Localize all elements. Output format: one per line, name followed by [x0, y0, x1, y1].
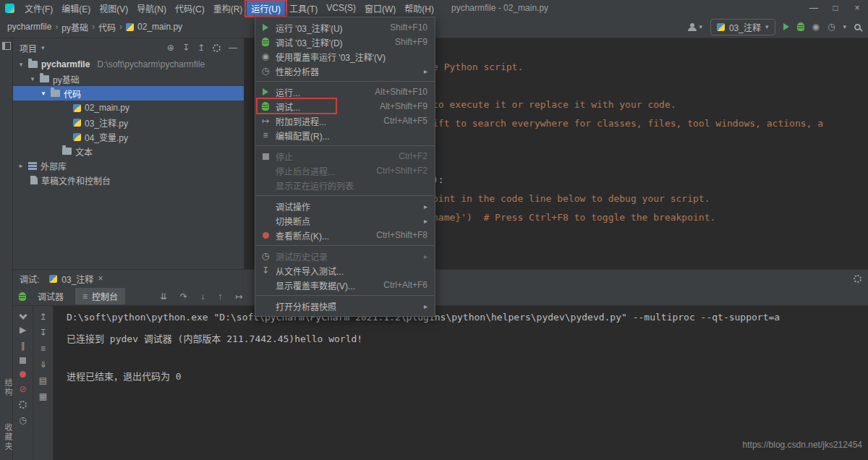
stop-icon[interactable] [20, 357, 26, 364]
profiler-button[interactable]: ◷ [827, 22, 835, 31]
menu-item-attach-to-process[interactable]: ↦ 附加到进程... Ctrl+Alt+F5 [255, 114, 435, 128]
mute-breakpoints-icon[interactable]: ⊘ [19, 385, 26, 393]
menubar-item-refactor[interactable]: 重构(R) [209, 1, 247, 16]
user-account-button[interactable]: ▾ [688, 23, 702, 31]
soft-wrap-icon[interactable]: ≡ [41, 344, 46, 353]
gear-icon[interactable] [213, 44, 221, 52]
menu-item-debug-ellipsis[interactable]: 调试... Alt+Shift+F9 [255, 99, 435, 114]
minimize-button[interactable]: — [803, 0, 825, 16]
tree-item-external-libs[interactable]: ▸ 外部库 [13, 158, 244, 173]
editor-line: name}') # Press Ctrl+F8 to toggle the br… [433, 212, 715, 223]
debug-button[interactable] [797, 22, 804, 31]
menubar-item-view[interactable]: 视图(V) [95, 1, 132, 16]
chevron-down-icon[interactable]: ▾ [41, 45, 45, 51]
expand-all-icon[interactable]: ↧ [182, 43, 190, 52]
menu-item-run-ellipsis[interactable]: 运行... Alt+Shift+F10 [255, 85, 435, 99]
tab-debugger[interactable]: 调试器 [30, 288, 71, 304]
menu-item-run-with-coverage[interactable]: ◉ 使用覆盖率运行 '03_注释'(V) [255, 49, 435, 64]
close-button[interactable]: × [846, 0, 868, 16]
tree-item-02-main[interactable]: 02_main.py [13, 101, 244, 115]
down-stack-icon[interactable]: ↧ [39, 328, 46, 337]
step-into-icon[interactable]: ↓ [200, 292, 205, 301]
run-to-cursor-icon[interactable]: ↦ [235, 292, 242, 301]
pause-icon[interactable]: ∥ [21, 341, 25, 350]
wrench-icon[interactable] [19, 311, 27, 319]
view-breakpoints-icon[interactable] [20, 371, 26, 378]
console-output[interactable]: D:\soft\python\python.exe "D:\soft\pycha… [54, 306, 868, 460]
maximize-button[interactable]: □ [825, 0, 846, 16]
project-tool-window-icon[interactable] [2, 42, 11, 50]
up-stack-icon[interactable]: ↥ [39, 312, 46, 321]
run-menu-popup: 运行 '03_注释'(U) Shift+F10 调试 '03_注释'(D) Sh… [255, 17, 435, 317]
chevron-down-icon[interactable]: ▾ [40, 90, 47, 97]
tab-console[interactable]: ≡ 控制台 [75, 288, 125, 304]
scroll-to-end-icon[interactable]: ⇓ [39, 360, 46, 369]
menu-item-run-config[interactable]: 运行 '03_注释'(U) Shift+F10 [255, 20, 435, 35]
menu-item-edit-configurations[interactable]: ≡ 编辑配置(R)... [255, 128, 435, 142]
print-icon[interactable]: ▤ [39, 376, 47, 385]
menu-item-profiler[interactable]: ◷ 性能分析器 ▸ [255, 64, 435, 78]
menubar-item-window[interactable]: 窗口(W) [360, 1, 400, 16]
clock-icon[interactable]: ◷ [19, 416, 26, 425]
chevron-down-icon[interactable]: ▾ [29, 76, 36, 82]
menu-item-label: 性能分析器 [276, 65, 319, 77]
menubar-item-help[interactable]: 帮助(H) [400, 1, 438, 16]
clear-console-icon[interactable]: ▦ [39, 392, 47, 401]
menu-item-toggle-breakpoint[interactable]: 切换断点 ▸ [255, 213, 435, 228]
submenu-arrow-icon: ▸ [424, 252, 427, 260]
coverage-button[interactable]: ◉ [812, 22, 820, 31]
locate-file-icon[interactable]: ⊕ [167, 43, 174, 52]
debug-session-tab[interactable]: 03_注释 × [45, 271, 107, 286]
menubar-item-run[interactable]: 运行(U) [247, 1, 285, 16]
breadcrumb-folder-pybase[interactable]: py基础 [61, 21, 88, 33]
menu-separator [256, 145, 434, 146]
step-over-icon[interactable]: ↷ [180, 292, 187, 301]
breadcrumb-folder-code[interactable]: 代码 [98, 21, 116, 33]
tree-item-04-variable[interactable]: 04_变量.py [13, 129, 244, 144]
menubar-item-navigate[interactable]: 导航(N) [132, 1, 171, 16]
tree-item-text-folder[interactable]: 文本 [13, 144, 244, 158]
tree-item-03-comment[interactable]: 03_注释.py [13, 115, 244, 129]
close-icon[interactable]: × [98, 274, 103, 283]
tree-item-root[interactable]: ▾ pycharmfile D:\soft\pycharm\pycharmfil… [13, 57, 244, 72]
stripe-structure-button[interactable]: 结构 [2, 378, 14, 397]
resume-program-icon[interactable]: ▶ [20, 325, 26, 334]
menubar-item-code[interactable]: 代码(C) [171, 1, 209, 16]
menubar-item-vcs[interactable]: VCS(S) [322, 1, 360, 14]
bug-icon [262, 102, 269, 111]
project-panel-title[interactable]: 项目 [20, 42, 37, 54]
menu-item-show-coverage-data[interactable]: 显示覆盖率数据(V)... Ctrl+Alt+F6 [255, 278, 435, 292]
run-config-selector[interactable]: 03_注释 ▾ [710, 19, 775, 35]
menu-item-view-breakpoints[interactable]: 查看断点(K)... Ctrl+Shift+F8 [255, 228, 435, 242]
tree-item-code-selected[interactable]: ▾ 代码 [13, 86, 244, 101]
breadcrumb-project[interactable]: pycharmfile [7, 22, 51, 32]
menu-item-label: 调试... [276, 101, 300, 113]
menu-item-open-profiler-snapshot[interactable]: 打开分析器快照 ▸ [255, 299, 435, 313]
menu-item-debug-config[interactable]: 调试 '03_注释'(D) Shift+F9 [255, 35, 435, 49]
search-everywhere-icon[interactable] [854, 24, 861, 30]
gear-icon[interactable] [854, 275, 861, 283]
hide-panel-icon[interactable]: — [229, 43, 237, 52]
chevron-right-icon[interactable]: ▸ [17, 163, 25, 169]
step-out-icon[interactable]: ↑ [218, 292, 222, 301]
tree-item-pybase[interactable]: ▾ py基础 [13, 72, 244, 86]
menubar-item-edit[interactable]: 编辑(E) [57, 1, 95, 16]
menubar-item-tools[interactable]: 工具(T) [285, 1, 322, 16]
more-run-options-chevron[interactable]: ▾ [843, 24, 846, 30]
python-file-icon [73, 119, 81, 127]
debug-settings-gear-icon[interactable] [19, 401, 27, 409]
chevron-down-icon[interactable]: ▾ [17, 61, 25, 68]
run-icon [263, 24, 268, 31]
menubar-item-file[interactable]: 文件(F) [20, 1, 57, 16]
debug-actions-toolbar: ▶ ∥ ⊘ ◷ [13, 306, 33, 460]
collapse-all-icon[interactable]: ↥ [197, 43, 205, 52]
run-config-name: 03_注释 [729, 21, 761, 33]
menu-item-import-tests[interactable]: ↧ 从文件导入测试... [255, 263, 435, 278]
run-button[interactable] [783, 23, 789, 30]
folder-icon [62, 148, 72, 155]
show-execution-point-icon[interactable]: ⇊ [160, 292, 167, 301]
tree-item-scratches[interactable]: 草稿文件和控制台 [13, 173, 244, 187]
stripe-favorites-button[interactable]: 收藏夹 [2, 423, 14, 451]
breadcrumb-file[interactable]: 02_main.py [137, 22, 182, 32]
menu-item-debug-actions[interactable]: 调试操作 ▸ [255, 199, 435, 213]
